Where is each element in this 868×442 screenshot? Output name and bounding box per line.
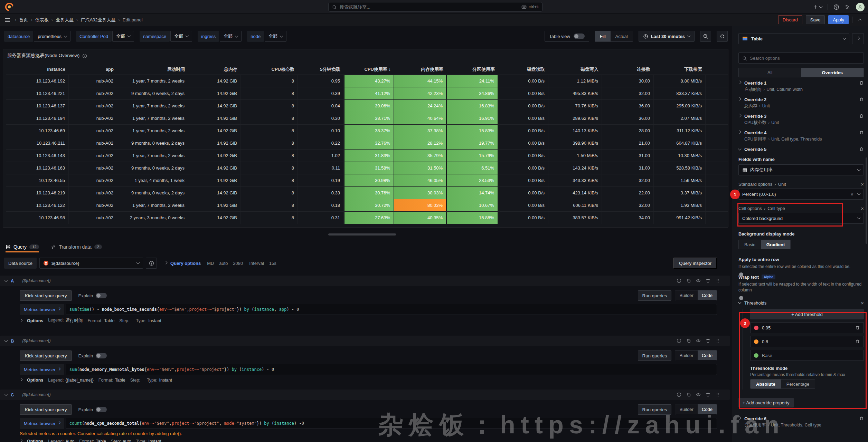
help-icon[interactable] bbox=[833, 4, 839, 10]
run-queries-button[interactable]: Run queries bbox=[638, 290, 672, 301]
threshold-color-dot[interactable] bbox=[754, 353, 758, 358]
breadcrumb-item[interactable]: 业务大盘 bbox=[56, 17, 74, 23]
override-header[interactable]: Override 6 bbox=[738, 415, 864, 422]
collapse-options-pane-button[interactable] bbox=[852, 33, 864, 44]
fields-with-name-select[interactable]: 内存使用率 bbox=[738, 164, 864, 175]
threshold-color-dot[interactable] bbox=[754, 326, 758, 330]
tab-query[interactable]: Query 12 bbox=[6, 242, 39, 252]
breadcrumb-item[interactable]: 广汽A02业务大盘 bbox=[81, 17, 115, 23]
table-column-header[interactable]: 启动时间 bbox=[117, 64, 188, 75]
variable-value-dropdown[interactable]: 全部 bbox=[112, 31, 134, 42]
zoom-out-button[interactable] bbox=[700, 31, 711, 42]
explain-toggle[interactable] bbox=[96, 293, 107, 298]
options-search[interactable] bbox=[738, 52, 864, 64]
time-range-picker[interactable]: Last 30 minutes bbox=[639, 31, 695, 42]
gradient-option[interactable]: Gradient bbox=[761, 240, 790, 249]
table-column-header[interactable]: app bbox=[69, 64, 117, 75]
table-column-header[interactable]: CPU使用率 ↓ bbox=[344, 64, 394, 75]
variable-value-dropdown[interactable]: 全部 bbox=[265, 31, 286, 42]
tab-all[interactable]: All bbox=[739, 68, 801, 77]
search-input[interactable] bbox=[340, 4, 519, 10]
query-options-toggle[interactable]: Query options bbox=[170, 261, 201, 266]
options-search-input[interactable] bbox=[750, 56, 860, 61]
table-view-toggle[interactable] bbox=[574, 33, 585, 39]
query-header[interactable]: B (${datasource}) bbox=[0, 336, 730, 346]
tab-overrides[interactable]: Overrides bbox=[801, 68, 864, 77]
remove-property-icon[interactable]: × bbox=[861, 300, 864, 306]
delete-query-icon[interactable] bbox=[706, 278, 710, 283]
override-header[interactable]: Override 2 bbox=[738, 96, 864, 103]
horizontal-scrollbar[interactable] bbox=[328, 233, 396, 236]
table-column-header[interactable]: 分区使用率 bbox=[447, 64, 498, 75]
threshold-color-dot[interactable] bbox=[754, 339, 758, 344]
news-icon[interactable] bbox=[845, 4, 850, 10]
duplicate-query-icon[interactable] bbox=[686, 338, 691, 343]
delete-query-icon[interactable] bbox=[706, 392, 710, 397]
override-header[interactable]: Override 4 bbox=[738, 129, 864, 136]
actual-option[interactable]: Actual bbox=[611, 31, 633, 41]
promql-input[interactable]: sum(time() - node_boot_time_seconds{env=… bbox=[66, 304, 717, 315]
variable-value-dropdown[interactable]: prometheus bbox=[34, 31, 70, 42]
explain-toggle[interactable] bbox=[96, 353, 107, 358]
table-column-header[interactable]: 下载带宽 bbox=[654, 64, 706, 75]
cell-type-select[interactable]: Colored background bbox=[738, 213, 864, 224]
table-column-header[interactable]: 内存使用率 bbox=[394, 64, 447, 75]
metrics-browser-toggle[interactable]: Metrics browser bbox=[20, 304, 64, 315]
percentage-option[interactable]: Percentage bbox=[781, 379, 815, 388]
global-search[interactable]: ctrl+k bbox=[328, 2, 542, 12]
info-icon[interactable] bbox=[82, 53, 87, 58]
tab-transform-data[interactable]: Transform data 2 bbox=[51, 242, 102, 252]
clear-icon[interactable]: × bbox=[850, 191, 853, 197]
table-column-header[interactable]: instance bbox=[6, 64, 69, 75]
threshold-row[interactable]: 0.8 bbox=[750, 336, 864, 347]
promql-input[interactable]: count(node_cpu_seconds_total{env=~"$env"… bbox=[66, 418, 717, 429]
collapse-header-icon[interactable] bbox=[856, 16, 864, 24]
kick-start-query-button[interactable]: Kick start your query bbox=[20, 350, 72, 361]
delete-override-icon[interactable] bbox=[859, 416, 864, 421]
query-header[interactable]: A (${datasource}) bbox=[0, 276, 730, 286]
run-queries-button[interactable]: Run queries bbox=[638, 404, 672, 415]
apply-button[interactable]: Apply bbox=[828, 15, 849, 24]
threshold-row[interactable]: 0.95 bbox=[750, 322, 864, 333]
query-inspector-button[interactable]: Query inspector bbox=[673, 258, 717, 269]
fill-option[interactable]: Fill bbox=[595, 31, 611, 41]
options-scrollbar[interactable] bbox=[866, 157, 867, 244]
query-header[interactable]: C (${datasource}) bbox=[0, 390, 730, 400]
add-menu-button[interactable] bbox=[813, 4, 822, 9]
table-column-header[interactable]: CPU核心数 bbox=[241, 64, 298, 75]
hide-query-icon[interactable] bbox=[696, 392, 701, 397]
hide-query-icon[interactable] bbox=[696, 338, 701, 343]
delete-threshold-icon[interactable] bbox=[855, 339, 860, 344]
promql-input[interactable]: sum(node_memory_MemTotal_bytes{env=~"$en… bbox=[66, 364, 717, 375]
builder-mode-option[interactable]: Builder bbox=[675, 350, 697, 360]
query-info-icon[interactable] bbox=[677, 278, 681, 283]
code-mode-option[interactable]: Code bbox=[698, 350, 717, 360]
thresholds-header[interactable]: Thresholds × bbox=[738, 299, 864, 307]
unit-select[interactable]: Percent (0.0-1.0) × bbox=[738, 189, 864, 200]
drag-handle-icon[interactable] bbox=[715, 392, 720, 397]
threshold-value[interactable]: 0.8 bbox=[762, 339, 768, 344]
kick-start-query-button[interactable]: Kick start your query bbox=[20, 290, 72, 301]
kick-start-query-button[interactable]: Kick start your query bbox=[20, 404, 72, 415]
override-header[interactable]: Override 3 bbox=[738, 113, 864, 119]
variable-value-dropdown[interactable]: 全部 bbox=[170, 31, 192, 42]
remove-property-icon[interactable]: × bbox=[861, 205, 864, 211]
table-column-header[interactable]: 总内存 bbox=[188, 64, 241, 75]
table-column-header[interactable]: 连接数 bbox=[602, 64, 654, 75]
variable-value-dropdown[interactable]: 全部 bbox=[220, 31, 242, 42]
datasource-picker[interactable]: ${datasource} bbox=[39, 258, 143, 269]
options-toggle[interactable]: Options bbox=[27, 318, 43, 323]
threshold-value[interactable]: 0.95 bbox=[762, 325, 771, 330]
breadcrumb-item[interactable]: Edit panel bbox=[123, 17, 143, 22]
drag-handle-icon[interactable] bbox=[715, 338, 720, 343]
builder-mode-option[interactable]: Builder bbox=[675, 290, 697, 300]
visualization-picker[interactable]: Table bbox=[738, 33, 849, 44]
duplicate-query-icon[interactable] bbox=[686, 278, 691, 283]
drag-handle-icon[interactable] bbox=[715, 278, 720, 283]
avatar[interactable] bbox=[856, 3, 865, 11]
remove-property-icon[interactable]: × bbox=[861, 181, 864, 187]
breadcrumb-item[interactable]: 仪表板 bbox=[35, 17, 49, 23]
table-column-header[interactable]: 磁盘读取 bbox=[498, 64, 548, 75]
query-info-icon[interactable] bbox=[677, 338, 681, 343]
menu-toggle-icon[interactable] bbox=[5, 18, 10, 22]
